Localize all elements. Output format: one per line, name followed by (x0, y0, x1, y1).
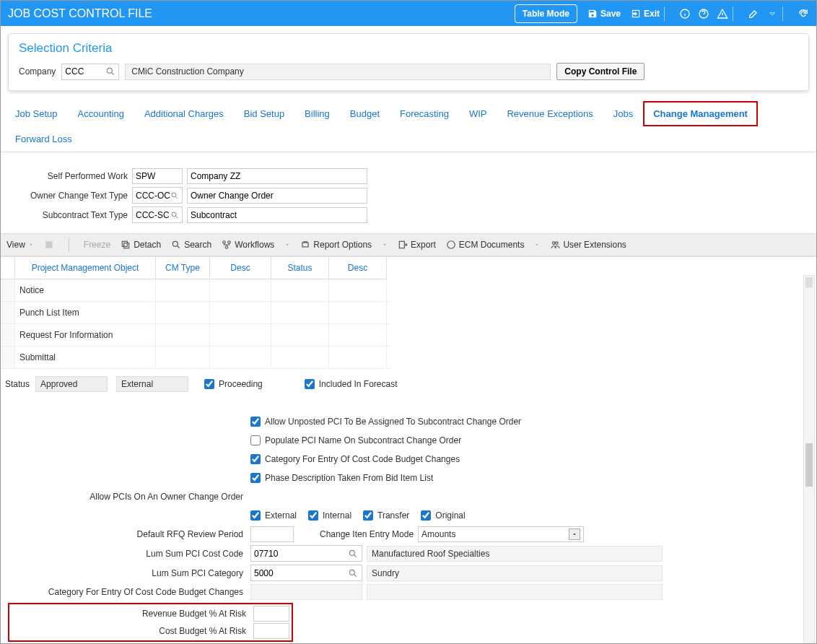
company-lookup[interactable] (61, 64, 119, 80)
lum-cat-input[interactable] (254, 568, 348, 578)
cell-cmtype (156, 302, 210, 323)
freeze-button[interactable]: Freeze (84, 240, 110, 250)
spw-code-input[interactable] (132, 168, 183, 184)
help-icon[interactable] (698, 8, 709, 19)
search-icon[interactable] (170, 191, 179, 201)
col-header-desc2[interactable]: Desc (329, 257, 387, 279)
col-header-pmo[interactable]: Project Management Object (15, 257, 156, 279)
proceeding-checkbox[interactable] (204, 379, 214, 389)
refresh-icon[interactable] (798, 8, 809, 19)
table-row[interactable]: Notice (1, 279, 390, 302)
workflows-menu[interactable]: Workflows (222, 240, 290, 250)
transfer-checkbox[interactable] (363, 510, 373, 521)
tab-accounting[interactable]: Accounting (68, 101, 134, 126)
allow-unposted-checkbox[interactable] (250, 417, 261, 427)
report-options-menu[interactable]: Report Options (300, 240, 388, 250)
tab-revenue-exceptions[interactable]: Revenue Exceptions (497, 101, 603, 126)
table-row[interactable]: Submittal (1, 347, 390, 369)
search-icon[interactable] (105, 66, 115, 77)
lum-code-input[interactable] (254, 549, 348, 559)
copy-control-file-button[interactable]: Copy Control File (556, 63, 645, 80)
row-handle[interactable] (1, 324, 15, 346)
tab-jobs[interactable]: Jobs (603, 101, 643, 126)
lum-cat-desc: Sundry (367, 565, 663, 581)
owner-code-input[interactable] (136, 191, 170, 201)
save-icon (587, 9, 598, 19)
internal-checkbox[interactable] (308, 510, 318, 521)
save-label: Save (600, 9, 621, 19)
external-checkbox[interactable] (250, 510, 261, 521)
info-icon[interactable] (679, 8, 691, 19)
export-button[interactable]: Export (398, 240, 436, 250)
included-forecast-checkbox[interactable] (305, 379, 315, 389)
tab-bid-setup[interactable]: Bid Setup (234, 101, 294, 126)
sub-lookup[interactable] (132, 206, 183, 223)
grid: Project Management Object CM Type Desc S… (1, 256, 816, 369)
tab-job-setup[interactable]: Job Setup (5, 101, 68, 126)
owner-lookup[interactable] (132, 187, 183, 204)
populate-pci-checkbox[interactable] (250, 435, 261, 445)
ecm-documents-menu[interactable]: ECM Documents (446, 240, 541, 250)
tab-change-management[interactable]: Change Management (643, 101, 758, 126)
chevron-down-icon[interactable] (569, 528, 580, 540)
owner-desc-input[interactable] (187, 188, 367, 204)
chevron-down-icon[interactable] (766, 8, 778, 19)
view-menu[interactable]: View (6, 240, 34, 250)
svg-point-7 (108, 68, 113, 73)
company-input[interactable] (65, 66, 105, 77)
table-mode-button[interactable]: Table Mode (515, 4, 577, 23)
col-header-desc1[interactable]: Desc (210, 257, 271, 279)
sub-code-input[interactable] (136, 210, 170, 220)
revenue-risk-label: Revenue Budget % At Risk (11, 609, 249, 619)
search-icon[interactable] (348, 568, 358, 578)
page-title: JOB COST CONTROL FILE (8, 7, 515, 20)
search-icon[interactable] (170, 210, 179, 220)
criteria-title: Selection Criteria (19, 41, 798, 56)
header-bar: JOB COST CONTROL FILE Table Mode Save Ex… (1, 1, 816, 26)
exit-button[interactable]: Exit (631, 9, 660, 19)
exit-label: Exit (644, 9, 660, 19)
svg-line-29 (354, 574, 357, 576)
svg-line-10 (176, 196, 178, 199)
cell-pmo: Notice (15, 279, 156, 301)
tab-wip[interactable]: WIP (459, 101, 497, 126)
sub-desc-input[interactable] (187, 207, 367, 223)
col-header-status[interactable]: Status (271, 257, 329, 279)
row-handle[interactable] (1, 279, 15, 301)
rfq-input[interactable] (250, 526, 294, 542)
svg-rect-15 (124, 243, 129, 248)
original-checkbox[interactable] (421, 510, 431, 521)
category-cost-code-checkbox[interactable] (250, 454, 261, 464)
cell-pmo: Punch List Item (15, 302, 156, 323)
tab-forward-loss[interactable]: Forward Loss (5, 126, 82, 152)
cat-entry-label: Category For Entry Of Cost Code Budget C… (8, 587, 246, 597)
tab-billing[interactable]: Billing (294, 101, 340, 126)
warning-icon[interactable] (717, 8, 728, 19)
tab-additional-charges[interactable]: Additional Charges (134, 101, 234, 126)
tab-budget[interactable]: Budget (340, 101, 390, 126)
user-extensions-button[interactable]: User Extensions (550, 240, 626, 250)
spw-desc-input[interactable] (187, 168, 367, 184)
col-header-cmtype[interactable]: CM Type (156, 257, 210, 279)
table-row[interactable]: Request For Information (1, 324, 390, 347)
table-row[interactable]: Punch List Item (1, 302, 390, 324)
cost-risk-input[interactable] (253, 623, 289, 639)
internal-label: Internal (323, 510, 351, 521)
cell-cmtype (156, 324, 210, 346)
tab-forecasting[interactable]: Forecasting (390, 101, 459, 126)
row-handle[interactable] (1, 302, 15, 323)
save-button[interactable]: Save (587, 9, 621, 19)
change-mode-label: Change Iten Entry Mode (320, 529, 414, 539)
row-handle[interactable] (1, 347, 15, 368)
cell-desc1 (210, 302, 271, 323)
revenue-risk-input[interactable] (253, 606, 289, 622)
cost-risk-label: Cost Budget % At Risk (11, 626, 249, 636)
search-button[interactable]: Search (171, 240, 211, 250)
svg-point-16 (173, 241, 178, 246)
phase-desc-checkbox[interactable] (250, 473, 261, 483)
selection-criteria-panel: Selection Criteria Company CMiC Construc… (8, 33, 809, 91)
detach-button[interactable]: Detach (121, 240, 161, 250)
change-mode-select[interactable]: Amounts (418, 526, 584, 542)
edit-icon[interactable] (748, 8, 759, 19)
search-icon[interactable] (348, 549, 358, 559)
